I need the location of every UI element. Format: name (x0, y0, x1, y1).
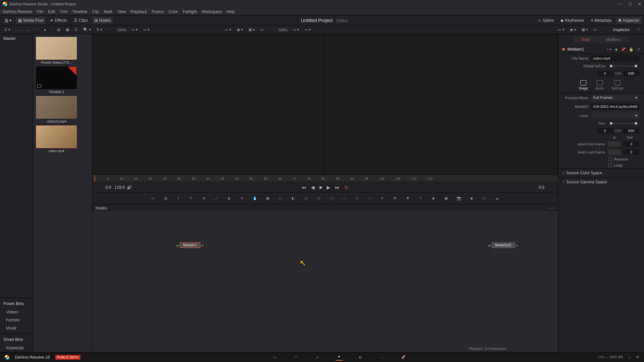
view-list-icon[interactable]: ☰ (73, 27, 79, 33)
page-media-button[interactable]: ▭ (271, 354, 278, 361)
maximize-button[interactable]: ◻ (629, 2, 632, 6)
page-edit-button[interactable]: ⫛ (314, 354, 321, 361)
viewer-right[interactable] (325, 34, 558, 175)
playhead-icon[interactable] (94, 175, 95, 182)
menu-davinci[interactable]: DaVinci Resolve (3, 9, 32, 14)
viewer2-fit-icon[interactable]: ▭ ▾ (291, 27, 301, 33)
process-mode-select[interactable]: Full Frames▾ (591, 95, 639, 101)
menu-help[interactable]: Help (226, 9, 235, 14)
pool-options-icon[interactable]: ☰ ▾ (3, 27, 12, 33)
stop-button[interactable]: ■ (319, 185, 322, 190)
brightness-tool-icon[interactable]: ☀ (238, 195, 246, 202)
menu-color[interactable]: Color (168, 9, 178, 14)
loop-checkbox[interactable] (608, 164, 612, 167)
nodes-button[interactable]: ⊞Nodes (93, 17, 113, 24)
effects-button[interactable]: ✦Effects (48, 17, 69, 24)
sort-icon[interactable]: ⇅ ▾ (95, 27, 104, 33)
keyframe-icon[interactable]: ◆ (615, 47, 618, 52)
viewer1-grid-icon[interactable]: ▦ ▾ (247, 27, 256, 33)
viewer2-grid-icon[interactable]: ▦ ▾ (580, 27, 589, 33)
zoom-left[interactable]: 100% (115, 27, 127, 33)
fit2-icon[interactable]: ▭ ▾ (142, 27, 151, 33)
more2-icon[interactable]: ⋯ (106, 27, 113, 33)
rectangle-mask-icon[interactable]: ▢ (328, 195, 335, 202)
nav-fwd-icon[interactable]: › (27, 27, 31, 33)
keyframes-button[interactable]: ◆Keyframes (558, 17, 586, 24)
go-end-button[interactable]: ⏭ (335, 185, 340, 190)
viewer2-opts-icon[interactable]: ▭ ▾ (556, 27, 566, 33)
background-tool-icon[interactable]: ▭ (149, 195, 157, 202)
menu-timeline[interactable]: Timeline (72, 9, 87, 14)
paint-tool-icon[interactable]: ✎ (187, 195, 195, 202)
source-color-space-section[interactable]: › Source Color Space (558, 168, 644, 177)
merge3d-tool-icon[interactable]: ⬡ (481, 195, 488, 202)
clip-name-field[interactable] (591, 55, 639, 61)
clip-thumb-selected[interactable]: video.mp4 (36, 125, 77, 153)
viewer1-opts-icon[interactable]: ▭ ▾ (223, 27, 232, 33)
node-output-port-icon[interactable]: ■ (516, 244, 518, 247)
camera3d-tool-icon[interactable]: 📷 (455, 195, 463, 202)
clips-button[interactable]: ☰Clips (72, 17, 90, 24)
lock-icon[interactable]: 🔒 (629, 47, 634, 52)
viewer1-ch-icon[interactable]: ◉ ▾ (235, 27, 245, 33)
minimize-button[interactable]: — (619, 2, 623, 6)
bin-videos[interactable]: Videos (0, 308, 33, 316)
step-back-button[interactable]: ◀ (311, 185, 315, 190)
node-mediaout1[interactable]: ▶ MediaOut1 ■ (491, 242, 515, 248)
node-input-port-icon[interactable]: ▶ (489, 244, 491, 247)
reset-icon[interactable]: ↺ (637, 47, 640, 52)
audio-toggle-icon[interactable]: 🔊 (127, 185, 132, 190)
tracker-tool-icon[interactable]: ⊕ (200, 195, 208, 202)
menu-mark[interactable]: Mark (104, 9, 113, 14)
pin-icon[interactable]: 📌 (621, 47, 626, 52)
inspector-tab-tools[interactable]: Tools (573, 36, 598, 43)
matte-tool-icon[interactable]: ◧ (289, 195, 297, 202)
menu-trim[interactable]: Trim (60, 9, 68, 14)
versions-icon[interactable]: ▪ ▾ (607, 47, 611, 52)
bin-fortnite[interactable]: Fortnite (0, 316, 33, 324)
node-output-port-icon[interactable]: ■ (202, 244, 203, 247)
menu-view[interactable]: View (117, 9, 126, 14)
viewer1-frame-icon[interactable]: ▭ (259, 27, 265, 33)
hold-first-thumbwheel[interactable] (608, 141, 621, 147)
color-corrector-icon[interactable]: ◐ (226, 195, 233, 202)
bin-musik[interactable]: Musik (0, 324, 33, 332)
page-fairlight-button[interactable]: ♪ (378, 354, 386, 361)
inspector-button[interactable]: ✱Inspector (616, 17, 641, 24)
merge-tool-icon[interactable]: ▣ (264, 195, 271, 202)
viewer2-frame-icon[interactable]: ▭ (592, 27, 598, 33)
menu-file[interactable]: File (37, 9, 43, 14)
subtab-image[interactable]: Image (579, 80, 588, 90)
close-button[interactable]: ✕ (638, 2, 641, 6)
prender-tool-icon[interactable]: ❋ (391, 195, 399, 202)
crop-tool-icon[interactable]: ◰ (315, 195, 322, 202)
hold-first-value[interactable]: 0 (623, 141, 639, 147)
global-inout-slider[interactable] (610, 66, 637, 66)
resize-tool-icon[interactable]: ◫ (302, 195, 310, 202)
library-toggle-button[interactable]: ▥ ▾ (3, 17, 13, 24)
layer-select[interactable]: ▾ (591, 112, 639, 119)
metadata-button[interactable]: ≡Metadata (589, 17, 613, 24)
viewer2-more-icon[interactable]: ⋯ (601, 27, 607, 33)
subtab-audio[interactable]: Audio (595, 80, 604, 90)
page-deliver-button[interactable]: 🚀 (400, 354, 407, 361)
trim-out-value[interactable]: 698 (623, 128, 639, 133)
shape3d-tool-icon[interactable]: ◆ (430, 195, 437, 202)
project-settings-button[interactable]: ⚙ (636, 355, 639, 359)
render3d-tool-icon[interactable]: ☁ (493, 195, 501, 202)
view-grid-icon[interactable]: ▦ (64, 27, 70, 33)
fit-icon[interactable]: ▭ ▾ (130, 27, 139, 33)
viewer2-ch-icon[interactable]: ◉ ▾ (569, 27, 578, 33)
blur-tool-icon[interactable]: 💧 (251, 195, 259, 202)
record-icon[interactable]: ● (42, 27, 47, 33)
text3d-tool-icon[interactable]: T (417, 195, 424, 202)
viewer2-fit2-icon[interactable]: ▭ ▾ (303, 27, 312, 33)
subtab-settings[interactable]: Settings (611, 80, 624, 90)
menu-playback[interactable]: Playback (130, 9, 147, 14)
menu-workspace[interactable]: Workspace (202, 9, 222, 14)
menu-fairlight[interactable]: Fairlight (183, 9, 197, 14)
inspector-expand-icon[interactable]: ⤢ (636, 27, 641, 33)
trim-in-value[interactable]: 0 (597, 128, 613, 133)
text-tool-icon[interactable]: T (175, 195, 182, 202)
menu-fusion[interactable]: Fusion (152, 9, 164, 14)
